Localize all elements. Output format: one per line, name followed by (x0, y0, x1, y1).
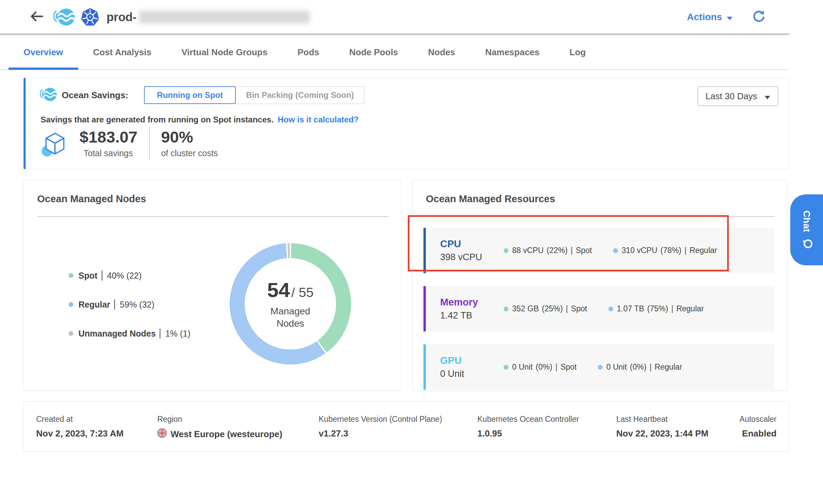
tab-namespaces[interactable]: Namespaces (470, 35, 554, 69)
tab-overview[interactable]: Overview (9, 35, 78, 69)
tab-virtual-node-groups[interactable]: Virtual Node Groups (167, 35, 283, 69)
how-calculated-link[interactable]: How is it calculated? (278, 115, 359, 124)
refresh-icon (752, 10, 765, 24)
actions-label: Actions (687, 12, 722, 23)
tab-log[interactable]: Log (554, 35, 601, 69)
resource-row-cpu: CPU 398 vCPU 88 vCPU (22%) | Spot 310 vC… (423, 228, 774, 273)
total-savings-label: Total savings (84, 148, 138, 158)
cpu-total: 398 vCPU (440, 252, 494, 263)
spot-dot (504, 365, 508, 370)
detail-autoscaler: Autoscaler Enabled (739, 415, 777, 439)
memory-total: 1.42 TB (440, 310, 494, 321)
tab-node-pools[interactable]: Node Pools (334, 35, 413, 69)
legend-item-unmanaged: Unmanaged Nodes 1% (1) (69, 328, 190, 339)
detail-last-heartbeat: Last Heartbeat Nov 22, 2023, 1:44 PM (616, 415, 708, 439)
legend-item-spot: Spot 40% (22) (69, 270, 190, 281)
tab-nodes[interactable]: Nodes (413, 35, 470, 69)
managed-resources-title: Ocean Managed Resources (426, 193, 555, 205)
cluster-title: prod- (106, 10, 136, 24)
running-on-spot-toggle[interactable]: Running on Spot (144, 86, 236, 104)
savings-description: Savings that are generated from running … (41, 115, 359, 124)
chat-label: Chat (801, 210, 812, 232)
detail-created-at: Created at Nov 2, 2023, 7:23 AM (36, 415, 124, 439)
period-value: Last 30 Days (706, 91, 757, 102)
savings-cube-icon (41, 131, 68, 159)
detail-k8s-version: Kubernetes Version (Control Plane) v1.27… (319, 415, 442, 439)
resource-row-gpu: GPU 0 Unit 0 Unit (0%) | Spot 0 Unit (0%… (423, 344, 774, 390)
cpu-regular-stat: 310 vCPU (78%) | Regular (613, 246, 717, 255)
chevron-down-icon (765, 91, 770, 102)
spot-dot (504, 248, 508, 253)
detail-ocean-controller: Kubernetes Ocean Controller 1.0.95 (477, 415, 579, 439)
cluster-cost-label: of cluster costs (161, 148, 218, 158)
back-arrow-icon (29, 9, 45, 26)
gpu-total: 0 Unit (440, 369, 494, 379)
card-divider (37, 216, 389, 217)
nodes-legend: Spot 40% (22) Regular 59% (32) Unmanaged… (69, 270, 190, 357)
detail-region: Region (157, 415, 282, 440)
regular-dot (598, 365, 603, 370)
regular-dot (608, 307, 613, 311)
cpu-spot-stat: 88 vCPU (22%) | Spot (504, 246, 592, 255)
managed-nodes-title: Ocean Managed Nodes (37, 193, 146, 205)
tab-bar: Overview Cost Analysis Virtual Node Grou… (0, 35, 789, 70)
legend-item-regular: Regular 59% (32) (69, 299, 190, 310)
regular-dot (69, 302, 73, 307)
kubernetes-logo-icon (81, 8, 100, 27)
cluster-details-bar: Created at Nov 2, 2023, 7:23 AM Region (24, 401, 789, 452)
resource-row-memory: Memory 1.42 TB 352 GB (25%) | Spot 1.07 … (423, 286, 774, 331)
cluster-cost-percent: 90% (161, 127, 218, 147)
ocean-savings-card: Ocean Savings: Running on Spot Bin Packi… (24, 78, 789, 169)
total-savings-value: $183.07 (80, 127, 138, 147)
managed-nodes-donut: 54 / 55 Managed Nodes (230, 243, 351, 365)
chevron-down-icon (727, 12, 733, 23)
card-divider (426, 216, 775, 217)
tab-pods[interactable]: Pods (283, 35, 334, 69)
cluster-title-redacted (139, 11, 310, 24)
regular-dot (613, 248, 618, 253)
memory-spot-stat: 352 GB (25%) | Spot (504, 304, 587, 313)
tab-cost-analysis[interactable]: Cost Analysis (78, 35, 167, 69)
spot-dot (504, 307, 508, 311)
managed-nodes-card: Ocean Managed Nodes Spot 40% (22) Regula… (24, 180, 402, 391)
managed-resources-card: Ocean Managed Resources CPU 398 vCPU 88 … (412, 180, 788, 391)
savings-toggle-group: Running on Spot Bin Packing (Coming Soon… (144, 86, 364, 104)
actions-button[interactable]: Actions (687, 12, 733, 23)
period-dropdown[interactable]: Last 30 Days (697, 86, 778, 106)
uk-flag-icon (157, 428, 167, 440)
back-button[interactable] (29, 9, 46, 26)
savings-stats: $183.07 Total savings 90% of cluster cos… (41, 127, 218, 161)
ocean-wave-icon (40, 87, 57, 103)
autoscaler-status: Enabled (739, 428, 777, 439)
spot-dot (69, 273, 73, 278)
header: prod- Actions (0, 0, 789, 34)
memory-regular-stat: 1.07 TB (75%) | Regular (608, 304, 704, 313)
bin-packing-toggle[interactable]: Bin Packing (Coming Soon) (236, 86, 364, 104)
chat-bubble-icon (800, 238, 813, 249)
unmanaged-dot (69, 331, 73, 336)
gpu-regular-stat: 0 Unit (0%) | Regular (598, 362, 682, 372)
refresh-button[interactable] (752, 11, 765, 24)
memory-label: Memory (440, 297, 494, 308)
ocean-savings-label: Ocean Savings: (62, 90, 128, 101)
ocean-logo-icon (53, 8, 75, 26)
page: prod- Actions Overview Cost Analysis Vir… (0, 0, 823, 504)
gpu-label: GPU (440, 355, 494, 366)
gpu-spot-stat: 0 Unit (0%) | Spot (504, 362, 577, 372)
savings-divider (149, 127, 150, 161)
cpu-label: CPU (440, 238, 494, 250)
chat-button[interactable]: Chat (790, 194, 823, 265)
